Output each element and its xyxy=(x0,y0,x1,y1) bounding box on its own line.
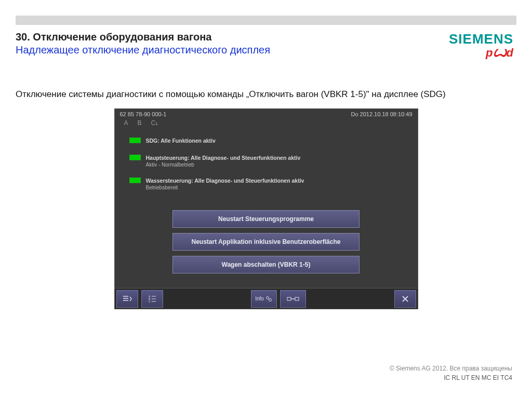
status-indicator-green xyxy=(129,138,141,143)
siemens-logo: SIEMENS xyxy=(449,31,513,47)
status-row-wassersteuerung: Wassersteuerung: Alle Diagnose- und Steu… xyxy=(129,177,413,190)
diagram-icon xyxy=(287,295,299,303)
footer-list-button[interactable] xyxy=(116,290,138,308)
slide-title: 30. Отключение оборудования вагона xyxy=(16,31,449,43)
footer-abc-list-button[interactable]: A B C xyxy=(141,290,163,308)
copyright: © Siemens AG 2012. Все права защищены xyxy=(390,364,512,373)
status-row-hauptsteuerung: Hauptsteuerung: Alle Diagnose- und Steue… xyxy=(129,154,413,168)
tab-b[interactable]: B xyxy=(138,119,142,127)
svg-text:C: C xyxy=(149,300,151,303)
shutdown-wagon-button[interactable]: Wagen abschalten (VBKR 1-5) xyxy=(172,256,360,273)
status-subtext: Betriebsbereit xyxy=(146,185,304,190)
slide-body-text: Отключение системы диагностики с помощью… xyxy=(16,88,516,101)
status-indicator-green xyxy=(129,177,141,183)
status-text: Hauptsteuerung: Alle Diagnose- und Steue… xyxy=(146,154,301,161)
svg-point-3 xyxy=(266,296,269,299)
abc-list-icon: A B C xyxy=(148,295,157,303)
footer-diagram-button[interactable] xyxy=(280,290,306,308)
status-text: Wassersteuerung: Alle Diagnose- und Steu… xyxy=(146,177,304,184)
datetime: Do 2012.10.18 08:10:49 xyxy=(351,111,412,117)
svg-point-4 xyxy=(269,298,271,301)
rzd-logo: pꙌd xyxy=(449,46,513,60)
footer-code: IC RL UT EN MC EI TC4 xyxy=(390,373,512,382)
restart-programs-button[interactable]: Neustart Steuerungsprogramme xyxy=(172,210,360,228)
restart-application-button[interactable]: Neustart Applikation inklusive Benutzero… xyxy=(172,233,360,251)
train-id: 62 85 78-90 000-1 xyxy=(120,111,167,117)
tab-c[interactable]: C₁ xyxy=(151,119,158,127)
status-text: SDG: Alle Funktionen aktiv xyxy=(146,137,216,144)
gears-icon xyxy=(265,296,273,302)
status-row-sdg: SDG: Alle Funktionen aktiv xyxy=(129,137,413,144)
tab-a[interactable]: A xyxy=(124,119,128,127)
footer-info-button[interactable]: Info xyxy=(251,290,277,308)
svg-rect-6 xyxy=(295,297,299,300)
slide-subtitle: Надлежащее отключение диагностического д… xyxy=(16,44,449,56)
sdg-tabs: A B C₁ xyxy=(115,118,418,130)
list-arrow-icon xyxy=(123,295,132,303)
sdg-display: 62 85 78-90 000-1 Do 2012.10.18 08:10:49… xyxy=(114,108,418,309)
status-subtext: Aktiv - Normalbetrieb xyxy=(146,162,301,168)
svg-rect-5 xyxy=(287,297,291,300)
close-icon xyxy=(402,295,409,303)
footer-close-button[interactable] xyxy=(394,290,416,308)
info-label: Info xyxy=(255,296,264,301)
status-indicator-green xyxy=(129,155,141,160)
